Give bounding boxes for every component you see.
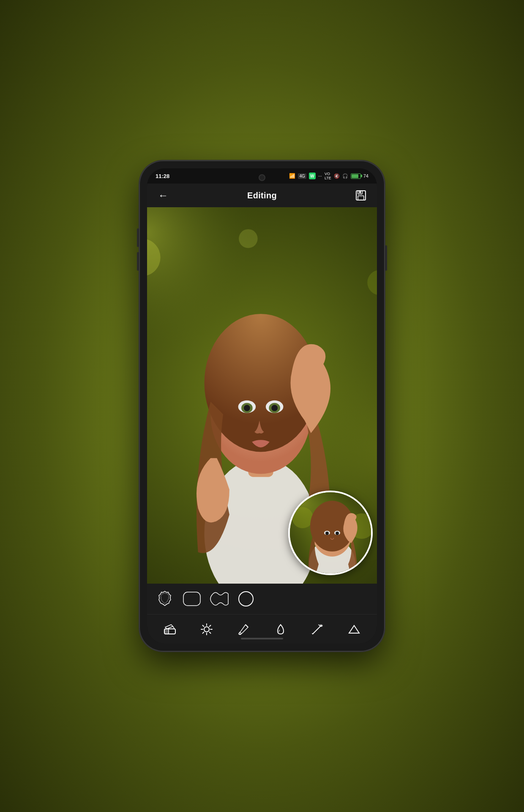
svg-line-47: [202, 632, 204, 633]
color-tool[interactable]: [270, 619, 291, 640]
svg-rect-56: [312, 633, 313, 634]
svg-point-35: [239, 592, 253, 606]
droplet-icon: [274, 623, 287, 636]
brush-icon: [237, 623, 250, 636]
svg-rect-34: [183, 592, 200, 606]
shape-item-wave[interactable]: [207, 588, 231, 610]
svg-rect-37: [164, 629, 169, 634]
triangle-tool[interactable]: [344, 619, 365, 640]
svg-rect-3: [359, 191, 361, 193]
phone-screen: 11:28 📶 4G W ··· VOLTE 🔇 🎧 74 ← Editing: [147, 168, 377, 644]
brightness-icon: [200, 623, 213, 636]
mute-icon: 🔇: [334, 173, 340, 179]
shape-item-flower[interactable]: [153, 588, 177, 610]
whatsapp-icon: W: [309, 173, 316, 179]
status-icons: 📶 4G W ··· VOLTE 🔇 🎧 74: [289, 172, 368, 180]
svg-line-46: [210, 625, 211, 626]
magic-wand-tool[interactable]: [307, 619, 328, 640]
svg-point-18: [244, 405, 250, 411]
brush-tool[interactable]: [233, 619, 254, 640]
shape-selector-bar: [147, 584, 377, 614]
more-dots: ···: [318, 173, 322, 178]
volume-down-button[interactable]: [137, 252, 139, 271]
svg-line-45: [210, 632, 211, 633]
headphone-icon: 🎧: [342, 173, 348, 179]
network-icon: 4G: [298, 173, 306, 179]
home-bar[interactable]: [241, 638, 283, 639]
svg-line-44: [202, 625, 204, 626]
volte-icon: VOLTE: [325, 172, 331, 180]
battery-percent: 74: [363, 173, 368, 178]
svg-line-50: [313, 626, 320, 634]
triangle-icon: [348, 623, 360, 636]
save-icon: [355, 190, 366, 201]
svg-point-31: [325, 532, 329, 535]
shape-item-circle[interactable]: [234, 588, 258, 610]
brightness-tool[interactable]: [196, 619, 217, 640]
battery-icon: [351, 173, 361, 179]
camera-notch: [259, 174, 265, 181]
wave-shape-icon: [209, 590, 229, 608]
top-bar: ← Editing: [147, 184, 377, 207]
rectangle-shape-icon: [182, 590, 202, 608]
shape-item-rectangle[interactable]: [180, 588, 204, 610]
svg-point-48: [239, 632, 241, 634]
signal-icon: 📶: [289, 173, 295, 179]
eraser-tool[interactable]: [159, 619, 180, 640]
svg-line-49: [246, 625, 248, 627]
svg-rect-2: [358, 196, 364, 200]
svg-point-21: [271, 405, 278, 411]
page-title: Editing: [247, 191, 277, 200]
volume-up-button[interactable]: [137, 228, 139, 247]
eraser-icon: [164, 623, 176, 636]
back-button[interactable]: ←: [155, 187, 172, 204]
status-time: 11:28: [156, 173, 169, 179]
power-button[interactable]: [385, 245, 387, 271]
zoom-preview-image: [290, 492, 373, 575]
svg-point-24: [292, 507, 313, 528]
circle-shape-icon: [236, 590, 256, 608]
main-image-area[interactable]: [147, 207, 377, 584]
save-button[interactable]: [352, 187, 369, 204]
zoom-preview-circle: [288, 491, 373, 575]
svg-point-33: [336, 532, 339, 535]
flower-shape-icon: [155, 590, 175, 608]
svg-point-39: [204, 627, 209, 632]
magic-wand-icon: [311, 623, 324, 636]
svg-point-11: [239, 229, 258, 248]
phone-device: 11:28 📶 4G W ··· VOLTE 🔇 🎧 74 ← Editing: [139, 161, 385, 651]
